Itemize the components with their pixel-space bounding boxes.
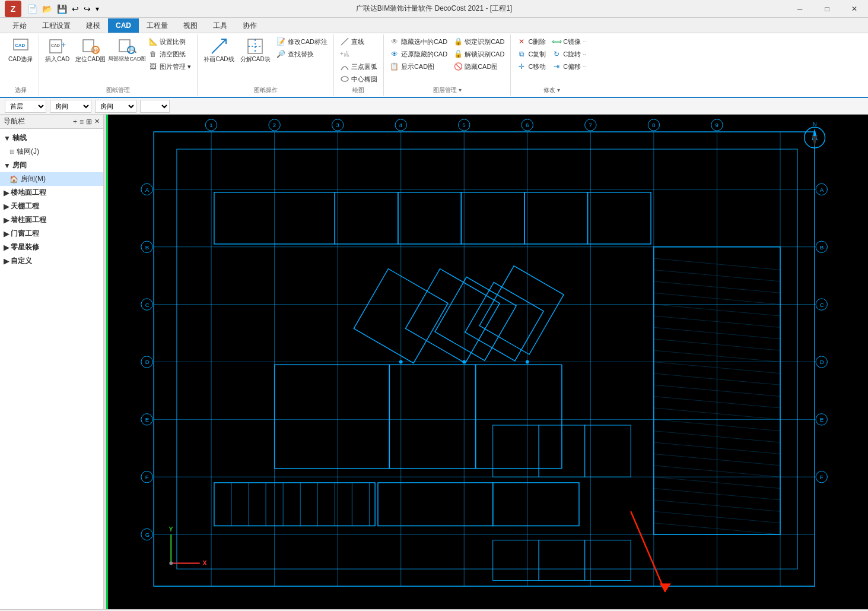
sidebar-item-door-eng[interactable]: ▶ 门窗工程: [0, 227, 103, 240]
sidebar-grid-icon[interactable]: ⊞: [86, 118, 92, 126]
minimize-button[interactable]: ─: [786, 0, 813, 18]
sidebar-close-icon[interactable]: ✕: [94, 118, 100, 126]
c-move-button[interactable]: ✛ C移动: [514, 61, 548, 72]
sidebar-item-axis[interactable]: ▼ 轴线: [0, 131, 103, 145]
redo-icon[interactable]: ↪: [82, 3, 92, 15]
line-tool-button[interactable]: 直线: [338, 36, 380, 48]
undo-icon[interactable]: ↩: [71, 3, 80, 15]
ceiling-eng-label: 天棚工程: [11, 201, 39, 211]
c-mirror-button[interactable]: ⟺ C镜像 --: [549, 36, 589, 48]
sidebar-item-floor-eng[interactable]: ▶ 楼地面工程: [0, 186, 103, 200]
ribbon-col-layer-right: 🔒 锁定识别CAD 🔓 解锁识别CAD 🚫 隐藏CAD图: [451, 36, 507, 72]
insert-cad-button[interactable]: CAD + 插入CAD: [43, 36, 72, 64]
tab-tools[interactable]: 工具: [205, 18, 235, 33]
room-select-2[interactable]: 房间: [95, 100, 136, 113]
svg-point-139: [462, 360, 466, 364]
cad-select-label: CAD选择: [8, 56, 33, 63]
ellipse-icon: [340, 74, 349, 84]
sidebar-item-room-m[interactable]: 🏠 房间(M): [0, 172, 103, 186]
sidebar-list-icon[interactable]: ≡: [80, 118, 84, 126]
floor-select[interactable]: 首层: [5, 100, 46, 113]
sidebar-item-misc-decor[interactable]: ▶ 零星装修: [0, 240, 103, 254]
svg-text:B: B: [145, 244, 149, 251]
three-arc-button[interactable]: 三点圆弧: [338, 61, 380, 72]
tab-project-settings[interactable]: 工程设置: [34, 18, 78, 33]
show-cad-label: 显示CAD图: [401, 62, 434, 71]
tab-build[interactable]: 建模: [78, 18, 108, 33]
split-cad-button[interactable]: 分解CAD块: [238, 36, 273, 64]
unlock-label: 解锁识别CAD: [465, 50, 504, 59]
unlock-identify-button[interactable]: 🔓 解锁识别CAD: [451, 48, 507, 60]
tab-cad[interactable]: CAD: [108, 18, 139, 33]
c-offset-button[interactable]: ⇥ C偏移 --: [549, 61, 589, 72]
main-area: 导航栏 + ≡ ⊞ ✕ ▼ 轴线 ⊞ 轴网(J) ▼ 房间: [0, 115, 868, 609]
locate-cad-button[interactable]: ⊕ 定位CAD图: [73, 36, 108, 64]
tab-start[interactable]: 开始: [5, 18, 34, 33]
tab-collaborate[interactable]: 协作: [235, 18, 265, 33]
clear-drawing-icon: 🗑: [148, 49, 158, 59]
maximize-button[interactable]: □: [813, 0, 841, 18]
set-scale-button[interactable]: 📐 设置比例: [146, 36, 193, 48]
hide-selected-button[interactable]: 👁 隐藏选中的CAD: [387, 36, 450, 48]
lock-identify-button[interactable]: 🔒 锁定识别CAD: [451, 36, 507, 48]
tab-view[interactable]: 视图: [176, 18, 205, 33]
locate-cad-label: 定位CAD图: [75, 56, 106, 63]
svg-line-15: [341, 38, 348, 45]
tab-quantities[interactable]: 工程量: [139, 18, 176, 33]
cad-drawing[interactable]: 1 2 3 4 5 6 7 8 9 A B C D: [106, 115, 868, 609]
close-button[interactable]: ✕: [841, 0, 868, 18]
ribbon-col-layer-left: 👁 隐藏选中的CAD 👁 还原隐藏的CAD 📋 显示CAD图: [387, 36, 450, 72]
svg-text:CAD: CAD: [15, 43, 26, 48]
sidebar-title: 导航栏: [4, 116, 25, 126]
sidebar-add-icon[interactable]: +: [73, 118, 77, 126]
sidebar-item-wall-eng[interactable]: ▶ 墙柱面工程: [0, 213, 103, 227]
ellipse-button[interactable]: 中心椭圆: [338, 73, 380, 85]
supplement-cad-button[interactable]: 补画CAD线: [201, 36, 236, 64]
floor-eng-icon: ▶: [4, 189, 9, 197]
sidebar-item-room[interactable]: ▼ 房间: [0, 159, 103, 172]
svg-text:6: 6: [526, 122, 529, 128]
svg-text:CAD: CAD: [51, 43, 60, 48]
show-cad-icon: 📋: [390, 62, 399, 71]
room-expand-icon: ▼: [4, 162, 11, 170]
restore-hidden-button[interactable]: 👁 还原隐藏的CAD: [387, 48, 450, 60]
local-zoom-button[interactable]: 🔍 局部缩放CAD图: [109, 36, 145, 64]
point-tool-button[interactable]: +点: [338, 48, 380, 60]
svg-text:D: D: [820, 359, 824, 365]
new-icon[interactable]: 📄: [26, 3, 39, 15]
mirror-label: C镜像: [563, 37, 581, 46]
clear-drawing-button[interactable]: 🗑 清空图纸: [146, 48, 193, 60]
more-icon[interactable]: ▾: [94, 4, 100, 14]
wall-eng-icon: ▶: [4, 216, 9, 224]
photo-mgmt-button[interactable]: 🖼 图片管理 ▾: [146, 61, 193, 72]
hide-cad-button[interactable]: 🚫 隐藏CAD图: [451, 61, 507, 72]
modify-annotation-button[interactable]: 📝 修改CAD标注: [274, 36, 330, 48]
extra-select[interactable]: [140, 100, 170, 113]
c-rotate-button[interactable]: ↻ C旋转 --: [549, 48, 589, 60]
svg-text:C: C: [145, 302, 150, 308]
set-scale-icon: 📐: [148, 37, 158, 46]
line-icon: [340, 37, 349, 46]
axis-net-label: 轴网(J): [17, 147, 39, 157]
save-icon[interactable]: 💾: [56, 3, 68, 15]
sidebar-item-custom[interactable]: ▶ 自定义: [0, 254, 103, 268]
sidebar-item-ceiling-eng[interactable]: ▶ 天棚工程: [0, 200, 103, 213]
delete-label: C删除: [528, 37, 546, 46]
ribbon-col-modify-left: ✕ C删除 ⧉ C复制 ✛ C移动: [514, 36, 548, 72]
room-select-1[interactable]: 房间: [50, 100, 91, 113]
custom-label: 自定义: [11, 256, 32, 266]
sidebar-item-axis-net[interactable]: ⊞ 轴网(J): [0, 145, 103, 159]
cad-select-button[interactable]: CAD CAD选择: [6, 36, 35, 64]
find-replace-icon: 🔎: [276, 49, 286, 59]
insert-cad-icon: CAD +: [48, 37, 67, 56]
cad-canvas-area[interactable]: 1 2 3 4 5 6 7 8 9 A B C D: [106, 115, 868, 609]
ribbon-tabs: 开始 工程设置 建模 CAD 工程量 视图 工具 协作: [0, 18, 868, 33]
show-cad-button[interactable]: 📋 显示CAD图: [387, 61, 450, 72]
svg-rect-8: [119, 40, 130, 52]
find-replace-label: 查找替换: [288, 50, 314, 59]
c-copy-button[interactable]: ⧉ C复制: [514, 48, 548, 60]
c-delete-button[interactable]: ✕ C删除: [514, 36, 548, 48]
find-replace-button[interactable]: 🔎 查找替换: [274, 48, 330, 60]
lock-label: 锁定识别CAD: [465, 37, 504, 46]
open-icon[interactable]: 📂: [41, 3, 53, 15]
